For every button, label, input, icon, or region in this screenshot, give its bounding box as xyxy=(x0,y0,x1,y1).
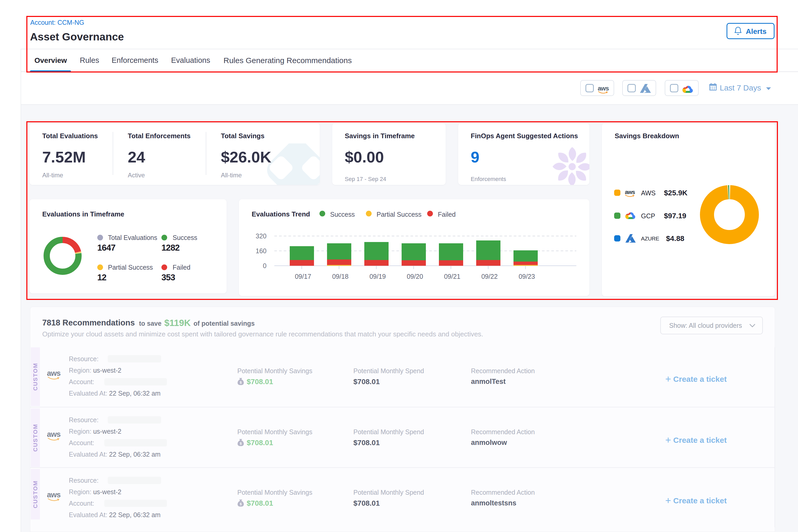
svg-text:$: $ xyxy=(240,441,242,445)
svg-text:$: $ xyxy=(240,502,242,506)
svg-text:$: $ xyxy=(240,380,242,384)
